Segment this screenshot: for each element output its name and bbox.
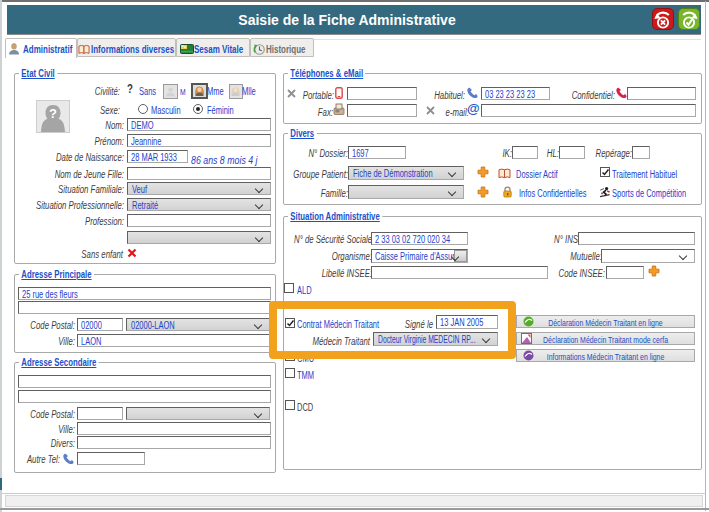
svg-text:?: ? [49,106,57,121]
